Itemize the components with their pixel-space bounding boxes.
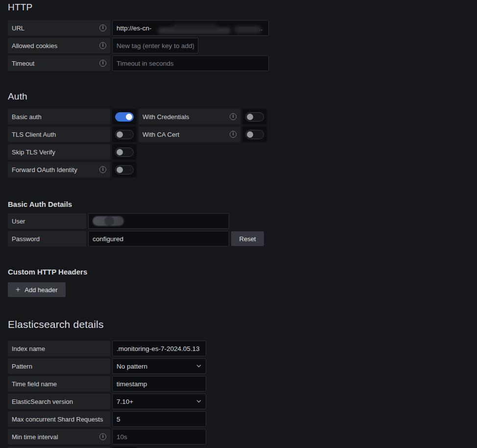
user-row: User [8, 213, 477, 229]
skip-tls-verify-toggle[interactable] [112, 144, 137, 160]
tls-client-auth-toggle[interactable] [112, 126, 137, 142]
info-icon[interactable]: i [99, 166, 106, 173]
index-name-row: Index name [8, 341, 477, 356]
forward-oauth-identity-label: Forward OAuth Identity i [8, 162, 110, 177]
toggle-pill [115, 130, 134, 139]
index-name-label: Index name [8, 341, 110, 356]
min-time-interval-label: Min time interval i [8, 429, 110, 445]
max-shard-requests-input[interactable] [112, 411, 206, 427]
auth-section-title: Auth [8, 91, 477, 102]
time-field-name-label: Time field name [8, 376, 110, 392]
min-time-interval-row: Min time interval i [8, 429, 477, 445]
info-icon[interactable]: i [230, 113, 237, 120]
url-value-prefix: http://es-cn- [117, 25, 151, 32]
url-label: URL i [8, 20, 110, 36]
redacted-url-blob [234, 26, 262, 33]
toggle-knob [247, 131, 253, 138]
index-name-input[interactable] [112, 341, 206, 356]
max-shard-requests-label: Max concurrent Shard Requests [8, 411, 110, 427]
info-icon[interactable]: i [99, 433, 106, 440]
info-icon[interactable]: i [99, 25, 106, 31]
pattern-select[interactable]: No pattern [112, 358, 206, 374]
toggle-pill [245, 130, 264, 139]
timeout-input[interactable] [112, 55, 269, 71]
plus-icon: + [16, 285, 20, 294]
toggle-knob [126, 114, 132, 120]
timeout-label: Timeout i [8, 55, 110, 71]
info-icon[interactable]: i [99, 42, 106, 49]
reset-button[interactable]: Reset [231, 231, 264, 246]
elasticsearch-details-title: Elasticsearch details [8, 318, 477, 331]
toggle-knob [117, 167, 123, 173]
auth-toggles: Basic auth With Credentials i TLS Client… [8, 109, 477, 177]
time-field-name-input[interactable] [112, 376, 206, 392]
user-label: User [8, 213, 86, 229]
user-input[interactable] [88, 213, 229, 229]
basic-auth-label: Basic auth [8, 109, 110, 124]
es-version-selected-value: 7.10+ [117, 398, 133, 405]
chevron-down-icon [196, 398, 202, 404]
custom-http-headers-title: Custom HTTP Headers [8, 267, 477, 277]
datasource-config-page: HTTP URL i http://es-cn- .. Allowed cook… [0, 0, 477, 448]
toggle-knob [247, 114, 253, 120]
info-icon[interactable]: i [230, 131, 237, 138]
url-row: URL i http://es-cn- .. [8, 20, 477, 36]
chevron-down-icon [196, 363, 202, 369]
redacted-user-value [93, 216, 124, 226]
with-ca-cert-toggle[interactable] [242, 126, 267, 142]
forward-oauth-identity-toggle[interactable] [112, 162, 137, 177]
min-time-interval-input[interactable] [112, 429, 206, 445]
info-icon[interactable]: i [99, 60, 106, 67]
allowed-cookies-input[interactable] [112, 38, 198, 53]
basic-auth-details-title: Basic Auth Details [8, 199, 477, 209]
tls-client-auth-label: TLS Client Auth [8, 126, 110, 142]
toggle-pill [245, 112, 264, 122]
pattern-label: Pattern [8, 358, 110, 374]
with-credentials-label: With Credentials i [139, 109, 240, 124]
password-input[interactable] [88, 231, 229, 247]
pattern-row: Pattern No pattern [8, 358, 477, 374]
url-input[interactable]: http://es-cn- .. [112, 20, 269, 36]
redacted-user-dot [104, 216, 114, 226]
es-version-row: ElasticSearch version 7.10+ [8, 394, 477, 409]
max-shard-requests-row: Max concurrent Shard Requests [8, 411, 477, 427]
toggle-knob [117, 149, 123, 155]
password-label: Password [8, 231, 86, 247]
with-credentials-toggle[interactable] [242, 109, 267, 124]
toggle-pill [115, 165, 134, 174]
skip-tls-verify-label: Skip TLS Verify [8, 144, 110, 160]
password-row: Password Reset [8, 231, 477, 247]
with-ca-cert-label: With CA Cert i [139, 126, 240, 142]
redacted-url-blob [172, 24, 217, 30]
timeout-row: Timeout i [8, 55, 477, 71]
add-header-button[interactable]: + Add header [8, 282, 66, 297]
toggle-knob [117, 131, 123, 138]
es-version-label: ElasticSearch version [8, 394, 110, 409]
es-version-select[interactable]: 7.10+ [112, 394, 206, 409]
toggle-pill [115, 112, 134, 122]
basic-auth-toggle[interactable] [112, 109, 137, 124]
http-section-title: HTTP [8, 1, 477, 13]
pattern-selected-value: No pattern [117, 363, 147, 370]
allowed-cookies-label: Allowed cookies i [8, 38, 110, 53]
toggle-pill [115, 148, 134, 157]
time-field-name-row: Time field name [8, 376, 477, 392]
allowed-cookies-row: Allowed cookies i [8, 38, 477, 53]
